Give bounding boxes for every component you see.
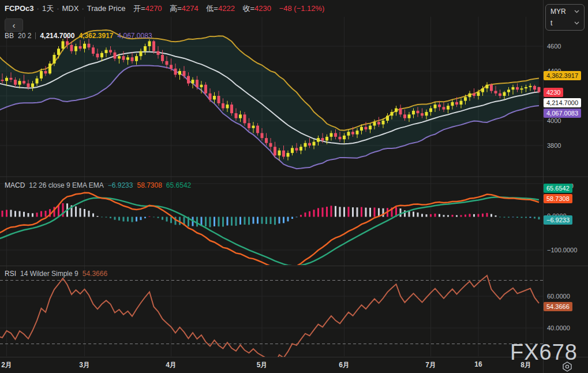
time-axis[interactable]: 2月3月4月5月6月7月168月 <box>0 357 543 373</box>
time-axis-label: 4月 <box>159 360 184 370</box>
macd-signal-value: 65.6542 <box>166 181 191 189</box>
axis-tick-label: 4000 <box>547 117 561 125</box>
axis-tick-label: 4600 <box>547 42 561 51</box>
macd-signal-line <box>0 197 539 266</box>
bb-basis-value: 4,214.7000 <box>40 32 74 40</box>
macd-pane[interactable] <box>0 184 543 270</box>
symbol-name: FCPOc3 <box>5 4 34 13</box>
rsi-title: RSI <box>5 270 16 278</box>
unit-select[interactable]: t <box>546 17 584 29</box>
rsi-value: 54.3666 <box>83 270 107 278</box>
low-label: 低= <box>206 4 218 13</box>
low-value: 4222 <box>218 4 235 13</box>
time-axis-label: 8月 <box>514 360 539 370</box>
exchange-label: MDX <box>62 4 79 13</box>
hexagon-logo-icon[interactable] <box>561 361 573 372</box>
bb-lower-value: 4,067.0083 <box>118 32 152 40</box>
time-axis-label: 5月 <box>249 360 275 370</box>
price-badge: 54.3666 <box>544 302 572 311</box>
price-badge: 4,362.3917 <box>544 71 581 80</box>
macd-params: 12 26 close 9 EMA EMA <box>29 181 103 189</box>
time-axis-label: 6月 <box>332 360 357 370</box>
axis-tick-label: 60.0000 <box>547 292 570 301</box>
rsi-legend[interactable]: RSI 14 Wilder Simple 9 54.3666 <box>5 270 107 278</box>
time-axis-label: 3月 <box>72 360 98 370</box>
bb-params: 20 2 <box>18 32 31 40</box>
legend-separator <box>35 32 36 39</box>
rsi-line <box>0 275 539 364</box>
axis-tick-label: −100.0000 <box>547 246 577 255</box>
close-value: 4230 <box>254 4 271 13</box>
close-label: 收= <box>243 4 255 13</box>
separator-dot: · <box>37 4 39 13</box>
bb-upper-value: 4,362.3917 <box>78 32 113 40</box>
price-badge: 4230 <box>544 88 563 97</box>
axis-tick-label: 40.0000 <box>547 324 570 333</box>
series-type-label: Trade Price <box>87 4 126 13</box>
macd-line-value: 58.7308 <box>137 181 162 189</box>
bb-title: BB <box>5 32 14 40</box>
price-badge: 58.7308 <box>544 194 572 203</box>
price-badge: 4,214.7000 <box>544 98 581 107</box>
symbol-header[interactable]: FCPOc3·1天·MDX·Trade Price 开=4270 高=4274 … <box>5 3 324 14</box>
price-badge: 65.6542 <box>544 184 572 193</box>
price-axis-column[interactable]: 4600440040003800100.00000.0000−100.00006… <box>543 0 588 373</box>
separator-dot: · <box>57 4 59 13</box>
price-badge: −6.9233 <box>544 215 572 225</box>
change-value: −48 (−1.12%) <box>279 4 325 13</box>
macd-hist-value: −6.9233 <box>108 181 133 189</box>
chevron-down-icon <box>574 21 579 25</box>
chevron-down-icon <box>574 10 579 13</box>
price-badge: 4,067.0083 <box>544 109 581 118</box>
chart-settings-panel: MYR t <box>545 4 585 31</box>
currency-label: MYR <box>550 8 566 16</box>
macd-title: MACD <box>5 181 25 189</box>
time-axis-label: 7月 <box>418 360 444 370</box>
time-axis-label: 16 <box>466 360 491 368</box>
separator-dot: · <box>81 4 84 13</box>
rsi-pane[interactable] <box>0 275 543 364</box>
price-pane[interactable] <box>0 30 543 169</box>
high-label: 高= <box>170 4 182 13</box>
axis-tick-label: 3800 <box>547 141 561 150</box>
chevron-left-icon: ‹ <box>13 21 16 29</box>
rsi-params: 14 Wilder Simple 9 <box>20 270 78 278</box>
interval-label: 1天 <box>42 4 54 13</box>
open-value: 4270 <box>145 4 162 13</box>
back-button[interactable]: ‹ <box>5 18 23 32</box>
macd-legend[interactable]: MACD 12 26 close 9 EMA EMA −6.9233 58.73… <box>5 181 191 189</box>
trading-chart-app: FCPOc3·1天·MDX·Trade Price 开=4270 高=4274 … <box>0 0 588 373</box>
currency-select[interactable]: MYR <box>546 6 584 17</box>
time-axis-label: 2月 <box>0 360 20 370</box>
open-label: 开= <box>133 4 145 13</box>
high-value: 4274 <box>182 4 199 13</box>
bollinger-legend[interactable]: BB 20 2 4,214.7000 4,362.3917 4,067.0083 <box>5 32 152 40</box>
unit-label: t <box>550 19 552 27</box>
